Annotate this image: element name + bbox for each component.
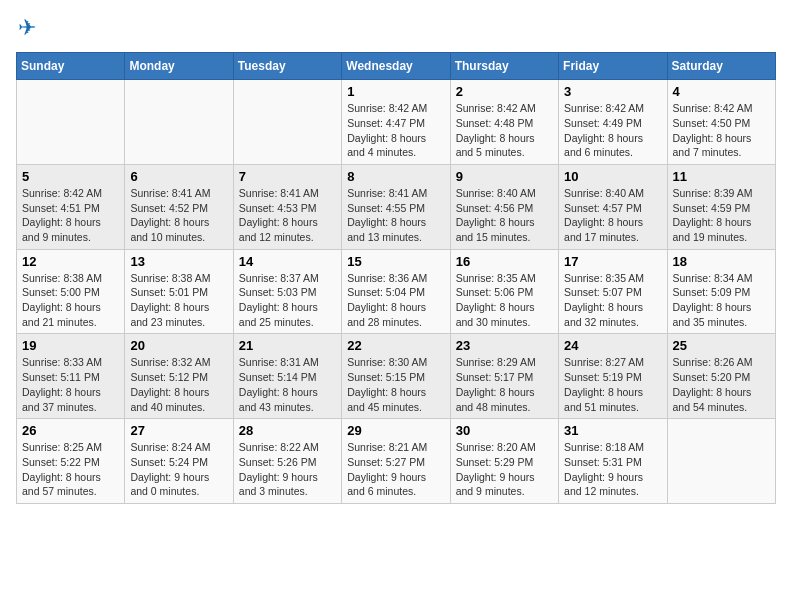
calendar-cell: 18Sunrise: 8:34 AMSunset: 5:09 PMDayligh… [667, 249, 775, 334]
day-number: 9 [456, 169, 553, 184]
day-info: Sunrise: 8:41 AMSunset: 4:53 PMDaylight:… [239, 186, 336, 245]
day-info: Sunrise: 8:39 AMSunset: 4:59 PMDaylight:… [673, 186, 770, 245]
calendar-cell: 11Sunrise: 8:39 AMSunset: 4:59 PMDayligh… [667, 164, 775, 249]
calendar-table: SundayMondayTuesdayWednesdayThursdayFrid… [16, 52, 776, 504]
day-info: Sunrise: 8:32 AMSunset: 5:12 PMDaylight:… [130, 355, 227, 414]
day-number: 11 [673, 169, 770, 184]
day-number: 31 [564, 423, 661, 438]
day-number: 3 [564, 84, 661, 99]
day-info: Sunrise: 8:34 AMSunset: 5:09 PMDaylight:… [673, 271, 770, 330]
calendar-cell: 22Sunrise: 8:30 AMSunset: 5:15 PMDayligh… [342, 334, 450, 419]
day-info: Sunrise: 8:22 AMSunset: 5:26 PMDaylight:… [239, 440, 336, 499]
calendar-header-thursday: Thursday [450, 53, 558, 80]
calendar-week-row: 26Sunrise: 8:25 AMSunset: 5:22 PMDayligh… [17, 419, 776, 504]
day-number: 29 [347, 423, 444, 438]
day-number: 22 [347, 338, 444, 353]
day-number: 27 [130, 423, 227, 438]
calendar-cell: 9Sunrise: 8:40 AMSunset: 4:56 PMDaylight… [450, 164, 558, 249]
calendar-cell: 4Sunrise: 8:42 AMSunset: 4:50 PMDaylight… [667, 80, 775, 165]
day-number: 16 [456, 254, 553, 269]
day-number: 25 [673, 338, 770, 353]
calendar-cell: 21Sunrise: 8:31 AMSunset: 5:14 PMDayligh… [233, 334, 341, 419]
day-info: Sunrise: 8:27 AMSunset: 5:19 PMDaylight:… [564, 355, 661, 414]
calendar-header-wednesday: Wednesday [342, 53, 450, 80]
day-info: Sunrise: 8:42 AMSunset: 4:48 PMDaylight:… [456, 101, 553, 160]
day-number: 21 [239, 338, 336, 353]
day-info: Sunrise: 8:42 AMSunset: 4:51 PMDaylight:… [22, 186, 119, 245]
calendar-cell: 1Sunrise: 8:42 AMSunset: 4:47 PMDaylight… [342, 80, 450, 165]
day-info: Sunrise: 8:24 AMSunset: 5:24 PMDaylight:… [130, 440, 227, 499]
calendar-cell: 12Sunrise: 8:38 AMSunset: 5:00 PMDayligh… [17, 249, 125, 334]
calendar-cell [667, 419, 775, 504]
calendar-header-sunday: Sunday [17, 53, 125, 80]
day-info: Sunrise: 8:26 AMSunset: 5:20 PMDaylight:… [673, 355, 770, 414]
day-number: 15 [347, 254, 444, 269]
calendar-cell: 20Sunrise: 8:32 AMSunset: 5:12 PMDayligh… [125, 334, 233, 419]
day-number: 20 [130, 338, 227, 353]
calendar-week-row: 19Sunrise: 8:33 AMSunset: 5:11 PMDayligh… [17, 334, 776, 419]
day-number: 13 [130, 254, 227, 269]
day-number: 26 [22, 423, 119, 438]
calendar-header-monday: Monday [125, 53, 233, 80]
calendar-cell [125, 80, 233, 165]
day-info: Sunrise: 8:37 AMSunset: 5:03 PMDaylight:… [239, 271, 336, 330]
calendar-cell: 24Sunrise: 8:27 AMSunset: 5:19 PMDayligh… [559, 334, 667, 419]
day-number: 4 [673, 84, 770, 99]
calendar-week-row: 12Sunrise: 8:38 AMSunset: 5:00 PMDayligh… [17, 249, 776, 334]
day-info: Sunrise: 8:38 AMSunset: 5:00 PMDaylight:… [22, 271, 119, 330]
day-number: 14 [239, 254, 336, 269]
day-number: 17 [564, 254, 661, 269]
day-info: Sunrise: 8:31 AMSunset: 5:14 PMDaylight:… [239, 355, 336, 414]
calendar-cell: 7Sunrise: 8:41 AMSunset: 4:53 PMDaylight… [233, 164, 341, 249]
calendar-cell: 3Sunrise: 8:42 AMSunset: 4:49 PMDaylight… [559, 80, 667, 165]
calendar-header-row: SundayMondayTuesdayWednesdayThursdayFrid… [17, 53, 776, 80]
day-info: Sunrise: 8:33 AMSunset: 5:11 PMDaylight:… [22, 355, 119, 414]
day-number: 2 [456, 84, 553, 99]
calendar-cell: 19Sunrise: 8:33 AMSunset: 5:11 PMDayligh… [17, 334, 125, 419]
calendar-cell [17, 80, 125, 165]
calendar-cell: 16Sunrise: 8:35 AMSunset: 5:06 PMDayligh… [450, 249, 558, 334]
calendar-cell: 26Sunrise: 8:25 AMSunset: 5:22 PMDayligh… [17, 419, 125, 504]
day-info: Sunrise: 8:21 AMSunset: 5:27 PMDaylight:… [347, 440, 444, 499]
day-info: Sunrise: 8:25 AMSunset: 5:22 PMDaylight:… [22, 440, 119, 499]
calendar-cell: 27Sunrise: 8:24 AMSunset: 5:24 PMDayligh… [125, 419, 233, 504]
calendar-cell: 15Sunrise: 8:36 AMSunset: 5:04 PMDayligh… [342, 249, 450, 334]
day-info: Sunrise: 8:36 AMSunset: 5:04 PMDaylight:… [347, 271, 444, 330]
logo-bird-icon: ✈ [18, 16, 36, 40]
day-number: 24 [564, 338, 661, 353]
day-number: 18 [673, 254, 770, 269]
calendar-cell: 10Sunrise: 8:40 AMSunset: 4:57 PMDayligh… [559, 164, 667, 249]
calendar-cell: 25Sunrise: 8:26 AMSunset: 5:20 PMDayligh… [667, 334, 775, 419]
day-info: Sunrise: 8:42 AMSunset: 4:50 PMDaylight:… [673, 101, 770, 160]
day-info: Sunrise: 8:35 AMSunset: 5:07 PMDaylight:… [564, 271, 661, 330]
calendar-cell: 14Sunrise: 8:37 AMSunset: 5:03 PMDayligh… [233, 249, 341, 334]
calendar-header-saturday: Saturday [667, 53, 775, 80]
day-info: Sunrise: 8:41 AMSunset: 4:55 PMDaylight:… [347, 186, 444, 245]
calendar-week-row: 5Sunrise: 8:42 AMSunset: 4:51 PMDaylight… [17, 164, 776, 249]
calendar-header-tuesday: Tuesday [233, 53, 341, 80]
day-info: Sunrise: 8:41 AMSunset: 4:52 PMDaylight:… [130, 186, 227, 245]
logo: ✈ [16, 16, 36, 40]
day-info: Sunrise: 8:29 AMSunset: 5:17 PMDaylight:… [456, 355, 553, 414]
calendar-week-row: 1Sunrise: 8:42 AMSunset: 4:47 PMDaylight… [17, 80, 776, 165]
day-info: Sunrise: 8:20 AMSunset: 5:29 PMDaylight:… [456, 440, 553, 499]
day-number: 1 [347, 84, 444, 99]
day-info: Sunrise: 8:30 AMSunset: 5:15 PMDaylight:… [347, 355, 444, 414]
calendar-cell: 6Sunrise: 8:41 AMSunset: 4:52 PMDaylight… [125, 164, 233, 249]
calendar-cell: 13Sunrise: 8:38 AMSunset: 5:01 PMDayligh… [125, 249, 233, 334]
calendar-cell: 17Sunrise: 8:35 AMSunset: 5:07 PMDayligh… [559, 249, 667, 334]
day-number: 30 [456, 423, 553, 438]
day-number: 19 [22, 338, 119, 353]
day-info: Sunrise: 8:42 AMSunset: 4:47 PMDaylight:… [347, 101, 444, 160]
calendar-cell: 5Sunrise: 8:42 AMSunset: 4:51 PMDaylight… [17, 164, 125, 249]
calendar-cell: 23Sunrise: 8:29 AMSunset: 5:17 PMDayligh… [450, 334, 558, 419]
day-number: 5 [22, 169, 119, 184]
day-number: 7 [239, 169, 336, 184]
day-info: Sunrise: 8:40 AMSunset: 4:57 PMDaylight:… [564, 186, 661, 245]
day-number: 28 [239, 423, 336, 438]
calendar-cell: 31Sunrise: 8:18 AMSunset: 5:31 PMDayligh… [559, 419, 667, 504]
day-info: Sunrise: 8:18 AMSunset: 5:31 PMDaylight:… [564, 440, 661, 499]
calendar-cell: 2Sunrise: 8:42 AMSunset: 4:48 PMDaylight… [450, 80, 558, 165]
calendar-cell: 30Sunrise: 8:20 AMSunset: 5:29 PMDayligh… [450, 419, 558, 504]
calendar-cell: 29Sunrise: 8:21 AMSunset: 5:27 PMDayligh… [342, 419, 450, 504]
